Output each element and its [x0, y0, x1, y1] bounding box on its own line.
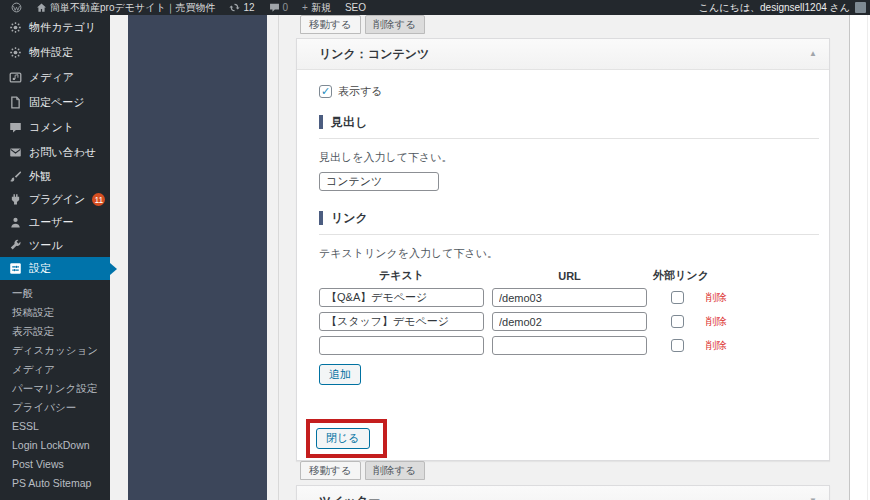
media-icon [9, 71, 22, 84]
sidebar-group-bottom: 外観 プラグイン 11 ユーザー ツール 設定 [0, 165, 110, 280]
column-divider [278, 15, 279, 500]
sidebar-item-label: 設定 [29, 261, 51, 276]
comment-bubble-icon [269, 2, 280, 13]
submenu-item-writing[interactable]: 投稿設定 [0, 303, 110, 322]
widget-panel-header[interactable]: ツイッター ▼ [297, 486, 829, 500]
mail-icon [9, 146, 22, 159]
site-link[interactable]: 簡単不動産proデモサイト｜売買物件 [31, 0, 220, 15]
submenu-item-discussion[interactable]: ディスカッション [0, 341, 110, 360]
sidebar-item-property-settings[interactable]: 物件設定 [0, 40, 110, 65]
sidebar-item-label: 固定ページ [29, 95, 85, 110]
user-icon [9, 216, 22, 229]
link-text-input[interactable] [319, 336, 484, 355]
link-text-input[interactable] [319, 288, 484, 307]
link-url-input[interactable] [492, 312, 647, 331]
site-title: 簡単不動産proデモサイト｜売買物件 [50, 1, 215, 15]
sidebar-item-label: ユーザー [29, 215, 74, 230]
new-content-menu[interactable]: + 新規 [297, 0, 336, 15]
sidebar-item-settings[interactable]: 設定 [0, 257, 110, 280]
updates-count: 12 [243, 2, 254, 13]
widget-panel-title: リンク：コンテンツ [319, 39, 809, 69]
external-link-checkbox[interactable] [671, 315, 684, 328]
close-button[interactable]: 閉じる [316, 428, 370, 449]
submenu-item-general[interactable]: 一般 [0, 284, 110, 303]
wordpress-logo-icon [11, 2, 22, 13]
link-row: 削除 [319, 288, 819, 307]
plus-icon: + [302, 2, 308, 13]
link-row: 削除 [319, 336, 819, 355]
gear-icon [9, 21, 22, 34]
submenu-item-permalink[interactable]: パーマリンク設定 [0, 379, 110, 398]
sidebar-item-tools[interactable]: ツール [0, 234, 110, 257]
external-link-checkbox[interactable] [671, 339, 684, 352]
section-divider [319, 234, 819, 235]
brush-icon [9, 170, 22, 183]
delete-widget-button[interactable]: 削除する [365, 461, 426, 480]
submenu-item-post-views[interactable]: Post Views [0, 455, 110, 474]
plugin-update-badge: 11 [92, 193, 105, 206]
update-icon [229, 2, 240, 13]
submenu-item-reading[interactable]: 表示設定 [0, 322, 110, 341]
sidebar-item-appearance[interactable]: 外観 [0, 165, 110, 188]
sidebar-group-top: 物件カテゴリ 物件設定 メディア 固定ページ コメント [0, 15, 110, 165]
gear-icon [9, 46, 22, 59]
heading-input[interactable] [319, 172, 439, 191]
pages-icon [9, 96, 22, 109]
submenu-item-login-lockdown[interactable]: Login LockDown [0, 436, 110, 455]
home-icon [36, 2, 47, 13]
links-section-title: リンク [319, 211, 819, 225]
column-header-text: テキスト [319, 268, 484, 283]
delete-row-link[interactable]: 削除 [706, 339, 727, 353]
delete-row-link[interactable]: 削除 [706, 291, 727, 305]
move-widget-button[interactable]: 移動する [300, 15, 361, 34]
links-hint: テキストリンクを入力して下さい。 [319, 246, 819, 261]
widget-panel-title: ツイッター [319, 486, 809, 500]
collapse-up-icon[interactable]: ▲ [809, 39, 817, 69]
admin-sidebar: 物件カテゴリ 物件設定 メディア 固定ページ コメント [0, 15, 110, 500]
widget-panel-body: 表示する 見出し 見出しを入力して下さい。 リンク テキストリンクを入力して下さ… [297, 70, 829, 460]
show-checkbox[interactable] [319, 85, 332, 98]
sidebar-item-property-category[interactable]: 物件カテゴリ [0, 15, 110, 40]
move-widget-button[interactable]: 移動する [300, 461, 361, 480]
heading-section-title: 見出し [319, 115, 819, 129]
collapse-down-icon[interactable]: ▼ [809, 486, 817, 500]
submenu-item-essl[interactable]: ESSL [0, 417, 110, 436]
submenu-item-privacy[interactable]: プライバシー [0, 398, 110, 417]
seo-label: SEO [345, 2, 366, 13]
link-url-input[interactable] [492, 288, 647, 307]
user-greeting[interactable]: こんにちは、designsell1204 さん [699, 1, 850, 15]
delete-row-link[interactable]: 削除 [706, 315, 727, 329]
sidebar-item-comments[interactable]: コメント [0, 115, 110, 140]
submenu-item-media[interactable]: メディア [0, 360, 110, 379]
wrench-icon [9, 239, 22, 252]
comments-menu[interactable]: 0 [264, 0, 294, 15]
sidebar-item-label: プラグイン [29, 192, 85, 207]
avatar[interactable] [855, 2, 866, 13]
wordpress-logo-menu[interactable] [6, 0, 27, 15]
updates-menu[interactable]: 12 [224, 0, 259, 15]
widget-panel-header[interactable]: リンク：コンテンツ ▲ [297, 39, 829, 70]
seo-menu[interactable]: SEO [340, 0, 371, 15]
link-row: 削除 [319, 312, 819, 331]
active-menu-arrow [110, 263, 117, 275]
sidebar-item-pages[interactable]: 固定ページ [0, 90, 110, 115]
submenu-item-ps-auto-sitemap[interactable]: PS Auto Sitemap [0, 474, 110, 493]
sidebar-item-label: メディア [29, 70, 74, 85]
comments-count: 0 [283, 2, 289, 13]
external-link-checkbox[interactable] [671, 291, 684, 304]
scrollbar-inner-line [867, 15, 868, 500]
sidebar-item-contact[interactable]: お問い合わせ [0, 140, 110, 165]
settings-submenu: 一般 投稿設定 表示設定 ディスカッション メディア パーマリンク設定 プライバ… [0, 280, 110, 493]
sidebar-item-plugins[interactable]: プラグイン 11 [0, 188, 110, 211]
link-url-input[interactable] [492, 336, 647, 355]
admin-bar-left: 簡単不動産proデモサイト｜売買物件 12 0 + 新規 SEO [0, 0, 699, 15]
delete-widget-button[interactable]: 削除する [365, 15, 426, 34]
sidebar-item-label: コメント [29, 120, 74, 135]
link-text-input[interactable] [319, 312, 484, 331]
links-table: テキスト URL 外部リンク 削除 削除 削除 [319, 268, 819, 355]
add-row-button[interactable]: 追加 [319, 364, 361, 385]
sidebar-item-media[interactable]: メディア [0, 65, 110, 90]
admin-bar-right: こんにちは、designsell1204 さん [699, 1, 870, 15]
column-header-url: URL [492, 270, 647, 282]
sidebar-item-users[interactable]: ユーザー [0, 211, 110, 234]
